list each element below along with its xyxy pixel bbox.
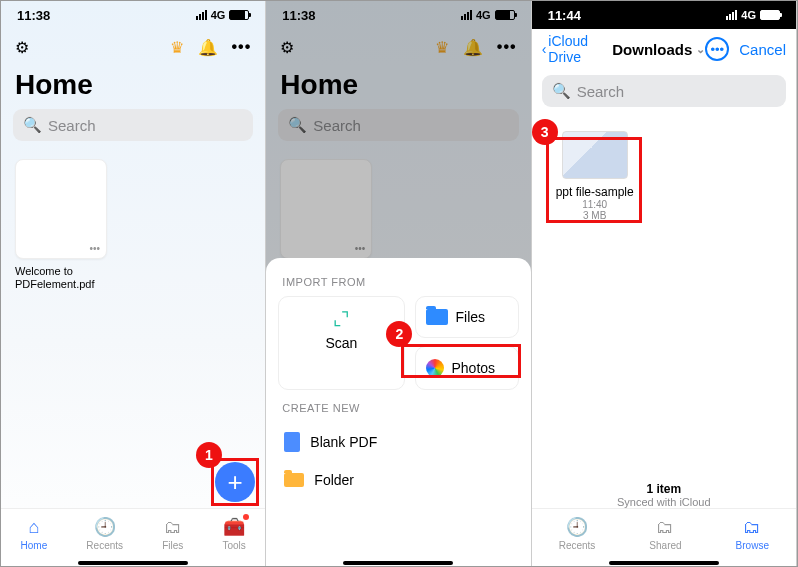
import-section-label: IMPORT FROM: [282, 276, 514, 288]
clock-icon: 🕘: [94, 516, 116, 538]
search-placeholder: Search: [48, 117, 96, 134]
more-circle-icon[interactable]: •••: [705, 37, 729, 61]
folder-title[interactable]: Downloads⌄: [612, 41, 705, 58]
highlight-box-2: [401, 344, 521, 378]
status-time: 11:44: [548, 8, 581, 23]
battery-icon: [760, 10, 780, 20]
folder-icon: 🗂: [164, 517, 182, 538]
tab-files[interactable]: 🗂Files: [162, 517, 183, 551]
browse-icon: 🗂: [743, 517, 761, 538]
sync-footer: 1 item Synced with iCloud: [532, 482, 796, 508]
settings-icon[interactable]: ⚙: [15, 38, 29, 57]
crown-icon[interactable]: ♛: [170, 38, 184, 57]
file-name: Welcome to PDFelement.pdf: [15, 265, 107, 291]
status-right: 4G: [726, 9, 780, 21]
shared-icon: 🗂: [656, 517, 674, 538]
scan-icon: ⌞⌝: [331, 309, 351, 329]
status-right: 4G: [196, 9, 250, 21]
home-indicator: [343, 561, 453, 565]
bell-icon[interactable]: 🔔: [198, 38, 218, 57]
tab-recents[interactable]: 🕘Recents: [559, 516, 596, 551]
search-icon: 🔍: [552, 82, 571, 100]
chevron-down-icon: ⌄: [696, 43, 705, 56]
tab-shared[interactable]: 🗂Shared: [649, 517, 681, 551]
home-indicator: [78, 561, 188, 565]
network-label: 4G: [741, 9, 756, 21]
action-sheet: IMPORT FROM ⌞⌝ Scan Files Photos CREATE …: [266, 258, 530, 567]
step-badge-3: 3: [532, 119, 558, 145]
tab-home[interactable]: ⌂Home: [21, 517, 48, 551]
item-count: 1 item: [532, 482, 796, 496]
status-bar: 11:38 4G: [1, 1, 265, 29]
page-title: Home: [1, 65, 265, 109]
chevron-left-icon: ‹: [542, 41, 547, 57]
phone-screen-1: 11:38 4G ⚙ ♛ 🔔 ••• Home 🔍 Search ••• Wel…: [1, 1, 266, 567]
import-scan[interactable]: ⌞⌝ Scan: [278, 296, 404, 390]
file-more-icon[interactable]: •••: [89, 243, 100, 254]
search-icon: 🔍: [23, 116, 42, 134]
back-button[interactable]: ‹iCloud Drive: [542, 33, 613, 65]
file-thumbnail: •••: [15, 159, 107, 259]
highlight-box-3: [546, 137, 642, 223]
search-input[interactable]: 🔍 Search: [13, 109, 253, 141]
sync-status: Synced with iCloud: [532, 496, 796, 508]
tab-bar: 🕘Recents 🗂Shared 🗂Browse: [532, 508, 796, 567]
battery-icon: [229, 10, 249, 20]
home-indicator: [609, 561, 719, 565]
clock-icon: 🕘: [566, 516, 588, 538]
create-folder[interactable]: Folder: [278, 462, 518, 498]
highlight-box-1: [211, 458, 259, 506]
create-blank-pdf[interactable]: Blank PDF: [278, 422, 518, 462]
create-section-label: CREATE NEW: [282, 402, 514, 414]
step-badge-1: 1: [196, 442, 222, 468]
tab-tools[interactable]: 🧰Tools: [222, 516, 245, 551]
cancel-button[interactable]: Cancel: [739, 41, 786, 58]
more-icon[interactable]: •••: [232, 38, 252, 56]
signal-icon: [726, 10, 737, 20]
home-icon: ⌂: [28, 517, 39, 538]
phone-screen-2: 11:38 4G ⚙ ♛ 🔔 ••• Home 🔍 Search ••• Wel…: [266, 1, 531, 567]
search-placeholder: Search: [577, 83, 625, 100]
network-label: 4G: [211, 9, 226, 21]
search-input[interactable]: 🔍 Search: [542, 75, 786, 107]
tab-recents[interactable]: 🕘Recents: [86, 516, 123, 551]
import-files[interactable]: Files: [415, 296, 519, 338]
tab-browse[interactable]: 🗂Browse: [736, 517, 769, 551]
folder-icon: [284, 473, 304, 487]
tools-icon: 🧰: [223, 516, 245, 538]
signal-icon: [196, 10, 207, 20]
file-item[interactable]: ••• Welcome to PDFelement.pdf: [15, 159, 107, 291]
status-time: 11:38: [17, 8, 50, 23]
blank-pdf-icon: [284, 432, 300, 452]
top-toolbar: ⚙ ♛ 🔔 •••: [1, 29, 265, 65]
tab-bar: ⌂Home 🕘Recents 🗂Files 🧰Tools: [1, 508, 265, 567]
phone-screen-3: 11:44 4G ‹iCloud Drive Downloads⌄ ••• Ca…: [532, 1, 797, 567]
nav-bar: ‹iCloud Drive Downloads⌄ ••• Cancel: [532, 29, 796, 69]
files-icon: [426, 309, 448, 325]
status-bar: 11:44 4G: [532, 1, 796, 29]
